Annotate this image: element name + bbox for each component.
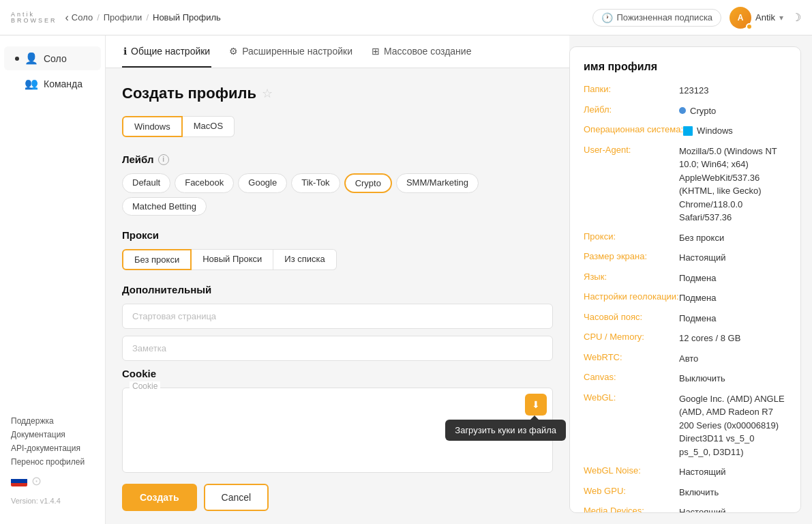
docs-link[interactable]: Документация xyxy=(11,430,94,439)
preview-val-media: Настоящий xyxy=(679,506,725,513)
preview-key-cpu: CPU / Memory: xyxy=(584,332,679,342)
preview-val-cpu: 12 cores / 8 GB xyxy=(679,332,740,345)
tab-general[interactable]: ℹ Общие настройки xyxy=(122,35,211,68)
avatar-badge xyxy=(746,23,753,30)
tag-crypto[interactable]: Crypto xyxy=(344,173,392,193)
os-value: Windows xyxy=(697,124,733,138)
sidebar-item-team[interactable]: 👥 Команда xyxy=(4,72,101,96)
preview-val-webgl: Google Inc. (AMD) ANGLE (AMD, AMD Radeon… xyxy=(679,392,787,459)
logo: Antik BROWSER xyxy=(11,12,57,24)
page-title: Создать профиль xyxy=(122,85,256,102)
os-tab-windows[interactable]: Windows xyxy=(122,116,183,137)
transfer-link[interactable]: Перенос профилей xyxy=(11,457,94,467)
preview-val-lang: Подмена xyxy=(679,272,716,285)
preview-val-screen: Настоящий xyxy=(679,251,725,265)
info-tab-icon: ℹ xyxy=(123,46,127,57)
breadcrumb-solo[interactable]: Соло xyxy=(72,12,93,23)
tag-google[interactable]: Google xyxy=(238,173,287,193)
preview-val-webgpu: Включить xyxy=(679,486,719,499)
breadcrumb-profiles[interactable]: Профили xyxy=(104,12,142,23)
upload-icon: ⬇ xyxy=(532,399,540,410)
preview-val-proxy: Без прокси xyxy=(679,231,724,245)
breadcrumb-sep1: / xyxy=(97,12,100,23)
preview-row-screen: Размер экрана: Настоящий xyxy=(584,251,787,265)
preview-key-media: Media Devices: xyxy=(584,506,679,513)
content-area: ℹ Общие настройки ⚙ Расширенные настройк… xyxy=(106,35,812,524)
proxy-tab-none[interactable]: Без прокси xyxy=(122,249,192,270)
preview-val-webrtc: Авто xyxy=(679,352,698,366)
preview-key-webgl-noise: WebGL Noise: xyxy=(584,465,679,476)
preview-key-folders: Папки: xyxy=(584,84,679,94)
tab-bulk[interactable]: ⊞ Массовое создание xyxy=(370,35,472,68)
label-value: Crypto xyxy=(690,104,716,118)
preview-key-label: Лейбл: xyxy=(584,104,679,115)
preview-row-media: Media Devices: Настоящий xyxy=(584,506,787,513)
clock-icon: 🕐 xyxy=(601,12,613,23)
tag-betting[interactable]: Matched Betting xyxy=(122,197,207,216)
tag-facebook[interactable]: Facebook xyxy=(175,173,234,193)
active-dot-icon xyxy=(15,57,19,61)
preview-row-proxy: Прокси: Без прокси xyxy=(584,231,787,245)
tab-advanced[interactable]: ⚙ Расширенные настройки xyxy=(228,35,354,68)
preview-row-canvas: Canvas: Выключить xyxy=(584,372,787,385)
preview-val-webgl-noise: Настоящий xyxy=(679,465,725,479)
create-button[interactable]: Создать xyxy=(122,484,197,511)
avatar-initial: A xyxy=(738,13,744,23)
os-tab-macos[interactable]: MacOS xyxy=(183,116,235,137)
preview-key-screen: Размер экрана: xyxy=(584,251,679,261)
label-section-title: Лейбл i xyxy=(122,154,553,165)
form-buttons: Создать Cancel xyxy=(122,484,553,511)
support-link[interactable]: Поддержка xyxy=(11,416,94,426)
cookie-float-label: Cookie xyxy=(130,381,160,391)
header: Antik BROWSER ‹ Соло / Профили / Новый П… xyxy=(0,0,812,35)
start-page-input[interactable] xyxy=(122,304,553,329)
preview-key-proxy: Прокси: xyxy=(584,231,679,242)
back-button[interactable]: ‹ xyxy=(65,12,69,24)
grid-tab-icon: ⊞ xyxy=(372,46,380,57)
tag-smm[interactable]: SMM/Marketing xyxy=(396,173,479,193)
tab-advanced-label: Расширенные настройки xyxy=(242,46,352,57)
cookie-wrapper: Cookie ⬇ Загрузить куки из файла xyxy=(122,388,553,473)
language-flags: ⊙ xyxy=(11,474,94,489)
windows-icon xyxy=(683,126,693,136)
proxy-tabs: Без прокси Новый Прокси Из списка xyxy=(122,249,553,270)
preview-key-canvas: Canvas: xyxy=(584,372,679,382)
preview-row-useragent: User-Agent: Mozilla/5.0 (Windows NT 10.0… xyxy=(584,145,787,224)
preview-row-label: Лейбл: Crypto xyxy=(584,104,787,118)
sidebar: 👤 Соло 👥 Команда Поддержка Документация … xyxy=(0,35,106,524)
preview-row-os: Операционная система: Windows xyxy=(584,124,787,138)
preview-val-timezone: Подмена xyxy=(679,312,716,325)
proxy-tab-list[interactable]: Из списка xyxy=(273,249,336,270)
proxy-tab-new[interactable]: Новый Прокси xyxy=(192,249,273,270)
tab-bulk-label: Массовое создание xyxy=(384,46,471,57)
ru-flag-icon[interactable] xyxy=(11,476,27,486)
tag-tiktok[interactable]: Tik-Tok xyxy=(291,173,340,193)
label-tags: Default Facebook Google Tik-Tok Crypto S… xyxy=(122,173,553,216)
toggle-icon[interactable]: ⊙ xyxy=(31,474,42,489)
main-layout: 👤 Соло 👥 Команда Поддержка Документация … xyxy=(0,35,812,524)
person-icon: 👤 xyxy=(25,52,38,65)
preview-row-timezone: Часовой пояс: Подмена xyxy=(584,312,787,325)
note-input[interactable] xyxy=(122,336,553,361)
subscription-button[interactable]: 🕐 Пожизненная подписка xyxy=(592,9,722,27)
api-docs-link[interactable]: API-документация xyxy=(11,443,94,453)
team-icon: 👥 xyxy=(25,77,38,90)
cookie-upload-button[interactable]: ⬇ xyxy=(525,394,547,416)
preview-val-canvas: Выключить xyxy=(679,372,725,385)
preview-key-timezone: Часовой пояс: xyxy=(584,312,679,322)
favorite-star-icon[interactable]: ☆ xyxy=(262,86,273,101)
preview-key-lang: Язык: xyxy=(584,272,679,282)
tag-default[interactable]: Default xyxy=(122,173,170,193)
dark-mode-toggle[interactable]: ☽ xyxy=(792,11,801,24)
cancel-button[interactable]: Cancel xyxy=(204,484,269,511)
sidebar-label-solo: Соло xyxy=(44,53,67,64)
content-tabs: ℹ Общие настройки ⚙ Расширенные настройк… xyxy=(106,35,569,68)
preview-row-webgl-noise: WebGL Noise: Настоящий xyxy=(584,465,787,479)
user-menu[interactable]: A Antik ▾ xyxy=(730,7,783,29)
chevron-down-icon: ▾ xyxy=(779,13,783,23)
sidebar-item-solo[interactable]: 👤 Соло xyxy=(4,46,101,70)
form-title: Создать профиль ☆ xyxy=(122,85,553,102)
gear-tab-icon: ⚙ xyxy=(229,46,238,57)
label-info-icon[interactable]: i xyxy=(158,154,169,165)
preview-key-geo: Настройки геолокации: xyxy=(584,291,679,302)
